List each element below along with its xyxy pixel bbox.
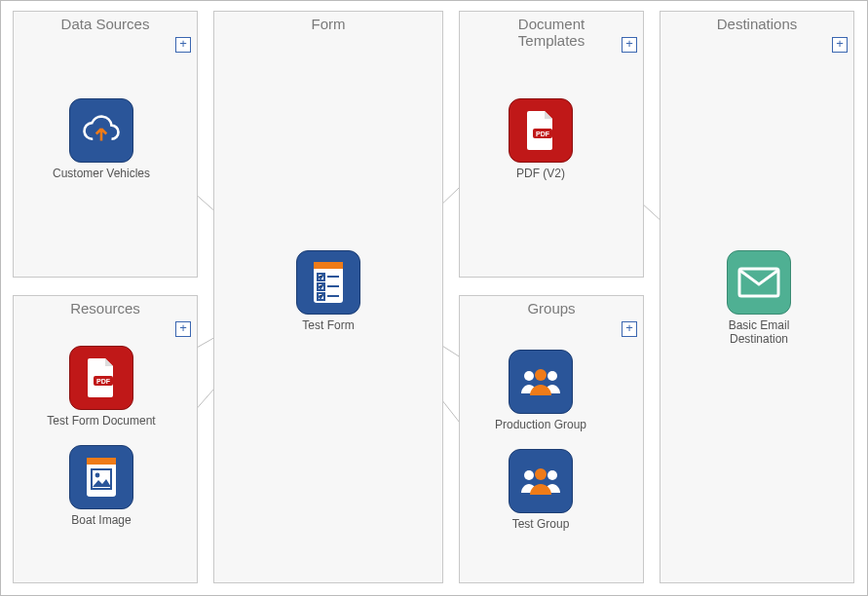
svg-point-23 [535, 369, 547, 381]
node-test-group[interactable]: Test Group [482, 449, 599, 531]
node-label: Test Form Document [43, 414, 160, 428]
svg-point-24 [524, 470, 534, 480]
svg-point-22 [547, 371, 557, 381]
node-email-destination[interactable]: Basic Email Destination [700, 250, 817, 347]
pdf-file-icon: PDF [69, 346, 133, 410]
add-group-button[interactable]: + [622, 321, 637, 337]
group-icon [509, 449, 573, 513]
cloud-upload-icon [69, 98, 133, 163]
node-label: Customer Vehicles [43, 167, 160, 180]
envelope-icon [727, 250, 791, 315]
add-destination-button[interactable]: + [832, 37, 848, 53]
node-label: Test Form [270, 318, 387, 332]
node-production-group[interactable]: Production Group [482, 350, 599, 431]
group-icon [509, 350, 573, 414]
svg-rect-9 [87, 458, 116, 465]
pdf-badge-text: PDF [536, 130, 550, 137]
node-template-pdf[interactable]: PDF PDF (V2) [482, 98, 599, 180]
node-label: PDF (V2) [482, 167, 599, 180]
image-file-icon [69, 445, 133, 509]
node-label: Production Group [482, 418, 599, 431]
node-test-form[interactable]: Test Form [270, 250, 387, 332]
add-data-source-button[interactable]: + [175, 37, 191, 53]
panel-title: Destinations [660, 16, 853, 32]
add-template-button[interactable]: + [622, 37, 637, 53]
node-label: Boat Image [43, 513, 160, 527]
panel-title: Document Templates [460, 16, 643, 49]
svg-point-11 [95, 473, 100, 478]
node-label: Test Group [482, 517, 599, 531]
node-resource-pdf[interactable]: PDF Test Form Document [43, 346, 160, 428]
svg-rect-13 [314, 262, 343, 269]
svg-point-25 [547, 470, 557, 480]
diagram-canvas: Data Sources + Resources + Form Document… [0, 0, 868, 596]
form-icon [296, 250, 360, 315]
panel-title: Groups [460, 300, 643, 317]
svg-point-26 [535, 468, 547, 480]
panel-groups: Groups + [459, 295, 644, 583]
panel-title: Form [214, 16, 442, 32]
node-customer-vehicles[interactable]: Customer Vehicles [43, 98, 160, 180]
panel-resources: Resources + [13, 295, 198, 583]
panel-title: Data Sources [14, 16, 197, 32]
node-label: Basic Email Destination [700, 318, 817, 347]
panel-title: Resources [14, 300, 197, 317]
pdf-badge-text: PDF [96, 378, 111, 385]
node-boat-image[interactable]: Boat Image [43, 445, 160, 527]
add-resource-button[interactable]: + [175, 321, 191, 337]
svg-point-21 [524, 371, 534, 381]
pdf-file-icon: PDF [509, 98, 573, 163]
